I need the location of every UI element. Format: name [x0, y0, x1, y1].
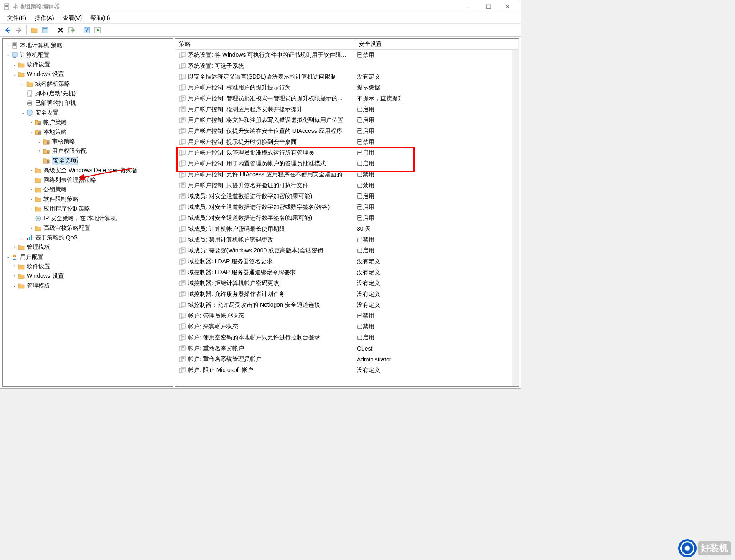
policy-row[interactable]: 域成员: 禁用计算机帐户密码更改已禁用: [175, 234, 512, 245]
policy-row[interactable]: 域控制器: LDAP 服务器签名要求没有定义: [175, 256, 512, 267]
maximize-button[interactable]: ☐: [479, 0, 498, 13]
expand-toggle[interactable]: ›: [28, 206, 34, 212]
tree-scripts[interactable]: 脚本(启动/关机): [3, 89, 173, 98]
expand-toggle[interactable]: ⌄: [20, 110, 26, 116]
expand-toggle[interactable]: ›: [12, 264, 18, 270]
expand-toggle[interactable]: ›: [28, 225, 34, 231]
expand-toggle[interactable]: ⌄: [12, 71, 18, 77]
policy-row[interactable]: 用户帐户控制: 将文件和注册表写入错误虚拟化到每用户位置已启用: [175, 115, 512, 126]
column-policy[interactable]: 策略: [175, 39, 355, 49]
expand-toggle[interactable]: ›: [12, 283, 18, 289]
policy-row[interactable]: 用户帐户控制: 标准用户的提升提示行为提示凭据: [175, 82, 512, 93]
expand-toggle[interactable]: ⌄: [5, 254, 11, 260]
tree-software-restriction[interactable]: ›软件限制策略: [3, 194, 173, 204]
column-security-setting[interactable]: 安全设置: [355, 39, 519, 49]
tree-public-key[interactable]: ›公钥策略: [3, 185, 173, 194]
tree-windows-settings-user[interactable]: ›Windows 设置: [3, 271, 173, 281]
policy-row[interactable]: 以安全描述符定义语言(SDDL)语法表示的计算机访问限制没有定义: [175, 71, 512, 82]
expand-toggle[interactable]: ›: [28, 196, 34, 202]
tree-app-control[interactable]: ›应用程序控制策略: [3, 204, 173, 214]
tree-admin-templates[interactable]: ›管理模板: [3, 242, 173, 252]
expand-toggle[interactable]: ›: [12, 244, 18, 250]
policy-row[interactable]: 用户帐户控制: 检测应用程序安装并提示提升已启用: [175, 104, 512, 115]
expand-toggle[interactable]: ›: [28, 168, 34, 173]
policy-row[interactable]: 帐户: 重命名系统管理员帐户Administrator: [175, 354, 512, 365]
svg-rect-64: [182, 130, 184, 130]
tree-user-config[interactable]: ⌄用户配置: [3, 252, 173, 262]
menu-action[interactable]: 操作(A): [31, 14, 58, 23]
policy-row[interactable]: 域成员: 需要强(Windows 2000 或更高版本)会话密钥已启用: [175, 245, 512, 256]
policy-row[interactable]: 域控制器：允许易受攻击的 Netlogon 安全通道连接没有定义: [175, 300, 512, 311]
up-button[interactable]: [29, 25, 39, 35]
expand-toggle[interactable]: ›: [20, 81, 26, 87]
tree-advanced-audit[interactable]: ›高级审核策略配置: [3, 223, 173, 233]
policy-row[interactable]: 域成员: 对安全通道数据进行数字加密或数字签名(始终)已启用: [175, 202, 512, 213]
menu-file[interactable]: 文件(F): [3, 14, 31, 23]
svg-rect-144: [182, 347, 184, 348]
tree-defender-firewall[interactable]: ›高级安全 Windows Defender 防火墙: [3, 165, 173, 175]
policy-row[interactable]: 用户帐户控制: 允许 UIAccess 应用程序在不使用安全桌面的...已禁用: [175, 169, 512, 180]
expand-toggle[interactable]: ›: [12, 273, 18, 279]
tree-ip-security[interactable]: IP 安全策略，在 本地计算机: [3, 214, 173, 223]
tree-deployed-printers[interactable]: 已部署的打印机: [3, 98, 173, 108]
policy-row[interactable]: 用户帐户控制: 以管理员批准模式运行所有管理员已启用: [175, 148, 512, 158]
tree-policy-qos[interactable]: ›基于策略的 QoS: [3, 233, 173, 242]
tree-network-list[interactable]: 网络列表管理器策略: [3, 175, 173, 185]
expand-toggle[interactable]: ›: [37, 148, 43, 154]
expand-toggle[interactable]: ⌄: [28, 129, 34, 135]
policy-row[interactable]: 域控制器: 拒绝计算机帐户密码更改没有定义: [175, 278, 512, 289]
policy-row[interactable]: 系统设置: 可选子系统: [175, 61, 512, 71]
forward-button[interactable]: [14, 25, 24, 35]
policy-row[interactable]: 域成员: 对安全通道数据进行数字签名(如果可能)已启用: [175, 213, 512, 224]
tree-root[interactable]: ›本地计算机 策略: [3, 41, 173, 50]
tree-audit-policy[interactable]: ›审核策略: [3, 137, 173, 146]
policy-row[interactable]: 用户帐户控制: 仅提升安装在安全位置的 UIAccess 应用程序已启用: [175, 126, 512, 137]
policy-row[interactable]: 系统设置: 将 Windows 可执行文件中的证书规则用于软件限...已禁用: [175, 50, 512, 61]
tree-security-options[interactable]: 安全选项: [3, 156, 173, 165]
expand-toggle[interactable]: ›: [37, 139, 43, 145]
menu-help[interactable]: 帮助(H): [86, 14, 114, 23]
expand-toggle[interactable]: ›: [12, 62, 18, 68]
policy-row[interactable]: 域成员: 计算机帐户密码最长使用期限30 天: [175, 224, 512, 234]
menu-view[interactable]: 查看(V): [58, 14, 86, 23]
expand-toggle[interactable]: ›: [28, 187, 34, 193]
policy-setting: 没有定义: [355, 258, 512, 265]
list-scrollbar[interactable]: [512, 50, 519, 386]
policy-row[interactable]: 帐户: 使用空密码的本地帐户只允许进行控制台登录已启用: [175, 332, 512, 343]
tree-computer-config[interactable]: ⌄计算机配置: [3, 50, 173, 60]
tree-software-settings[interactable]: ›软件设置: [3, 60, 173, 69]
export-button[interactable]: [66, 25, 76, 35]
run-button[interactable]: [93, 25, 103, 35]
expand-toggle[interactable]: ⌄: [5, 52, 11, 58]
list-button[interactable]: [40, 25, 50, 35]
expand-toggle[interactable]: ›: [5, 43, 11, 48]
policy-row[interactable]: 域控制器: 允许服务器操作者计划任务没有定义: [175, 289, 512, 300]
minimize-button[interactable]: ─: [460, 0, 479, 13]
expand-toggle[interactable]: ›: [20, 235, 26, 241]
back-button[interactable]: [3, 25, 13, 35]
policy-row[interactable]: 域控制器: LDAP 服务器通道绑定令牌要求没有定义: [175, 267, 512, 278]
policy-row[interactable]: 域成员: 对安全通道数据进行数字加密(如果可能)已启用: [175, 191, 512, 202]
close-button[interactable]: ✕: [498, 0, 517, 13]
tree-user-rights[interactable]: ›用户权限分配: [3, 146, 173, 156]
policy-row[interactable]: 帐户: 重命名来宾帐户Guest: [175, 343, 512, 354]
tree-account-policies[interactable]: ›帐户策略: [3, 117, 173, 127]
tree-security-settings[interactable]: ⌄安全设置: [3, 108, 173, 117]
expand-toggle[interactable]: ›: [28, 120, 34, 125]
policy-row[interactable]: 用户帐户控制: 只提升签名并验证的可执行文件已禁用: [175, 180, 512, 191]
policy-row[interactable]: 用户帐户控制: 用于内置管理员帐户的管理员批准模式已启用: [175, 158, 512, 169]
policy-row[interactable]: 用户帐户控制: 提示提升时切换到安全桌面已禁用: [175, 137, 512, 148]
tree-local-policies[interactable]: ⌄本地策略: [3, 127, 173, 137]
tree-dns-policy[interactable]: ›域名解析策略: [3, 79, 173, 89]
tree-admin-templates-user[interactable]: ›管理模板: [3, 281, 173, 290]
list-body[interactable]: 系统设置: 将 Windows 可执行文件中的证书规则用于软件限...已禁用系统…: [175, 50, 512, 386]
tree-software-settings-user[interactable]: ›软件设置: [3, 262, 173, 271]
tree-windows-settings[interactable]: ⌄Windows 设置: [3, 69, 173, 79]
policy-row[interactable]: 用户帐户控制: 管理员批准模式中管理员的提升权限提示的...不提示，直接提升: [175, 93, 512, 104]
policy-row[interactable]: 帐户: 管理员帐户状态已禁用: [175, 311, 512, 321]
delete-button[interactable]: [56, 25, 66, 35]
tree-panel[interactable]: ›本地计算机 策略⌄计算机配置›软件设置⌄Windows 设置›域名解析策略脚本…: [2, 38, 173, 387]
policy-row[interactable]: 帐户: 阻止 Microsoft 帐户没有定义: [175, 365, 512, 376]
help-button[interactable]: ?: [82, 25, 92, 35]
policy-row[interactable]: 帐户: 来宾帐户状态已禁用: [175, 321, 512, 332]
